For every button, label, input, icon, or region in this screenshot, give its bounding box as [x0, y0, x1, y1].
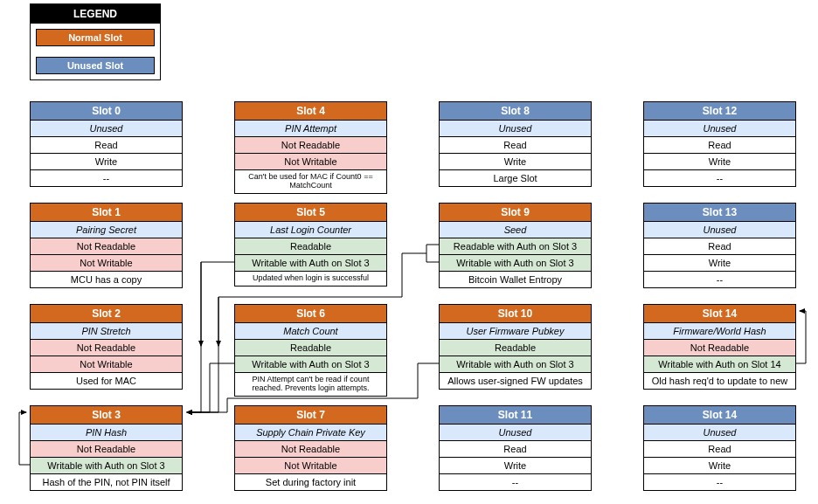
slot-header: Slot 3 [31, 406, 182, 425]
slot-read: Not Readable [235, 441, 386, 458]
slot-read: Readable with Auth on Slot 3 [440, 238, 591, 255]
slot-subtitle: Match Count [235, 323, 386, 340]
slot-subtitle: Unused [644, 222, 795, 238]
slot-13: Slot 13 Unused Read Write -- [643, 203, 796, 288]
slot-header: Slot 8 [440, 102, 591, 121]
slot-note: -- [31, 170, 182, 186]
slot-subtitle: Last Login Counter [235, 222, 386, 238]
legend-chip-unused: Unused Slot [36, 57, 155, 74]
legend-title: LEGEND [31, 4, 160, 24]
slot-write: Writable with Auth on Slot 3 [440, 356, 591, 373]
slot-note: Updated when login is successful [235, 272, 386, 286]
slot-header: Slot 4 [235, 102, 386, 121]
slot-read: Read [440, 137, 591, 154]
slot-subtitle: PIN Stretch [31, 323, 182, 340]
slot-write: Writable with Auth on Slot 3 [235, 255, 386, 272]
legend: LEGEND Normal Slot Unused Slot [30, 3, 161, 80]
slot-note: -- [644, 272, 795, 287]
slot-11: Slot 11 Unused Read Write -- [439, 405, 592, 491]
legend-row-normal: Normal Slot [31, 24, 160, 52]
slot-write: Not Writable [31, 356, 182, 373]
slot-note: -- [440, 474, 591, 490]
slot-write: Write [644, 154, 795, 170]
slot-5: Slot 5 Last Login Counter Readable Writa… [234, 203, 387, 287]
slot-note: -- [644, 474, 795, 490]
slot-subtitle: Supply Chain Private Key [235, 425, 386, 441]
slot-note: Hash of the PIN, not PIN itself [31, 474, 182, 490]
slot-header: Slot 11 [440, 406, 591, 425]
slot-header: Slot 5 [235, 204, 386, 222]
slot-note: -- [644, 170, 795, 186]
slot-10: Slot 10 User Firmware Pubkey Readable Wr… [439, 304, 592, 390]
slot-note: Large Slot [440, 170, 591, 186]
slot-header: Slot 6 [235, 305, 386, 323]
slot-header: Slot 12 [644, 102, 795, 121]
slot-0: Slot 0 Unused Read Write -- [30, 101, 183, 187]
slot-note: PIN Attempt can't be read if count reach… [235, 373, 386, 396]
legend-chip-normal: Normal Slot [36, 29, 155, 46]
slot-write: Not Writable [235, 154, 386, 170]
slot-subtitle: PIN Hash [31, 425, 182, 441]
slot-read: Read [440, 441, 591, 458]
slot-header: Slot 9 [440, 204, 591, 222]
slot-write: Write [644, 255, 795, 272]
slot-read: Read [644, 441, 795, 458]
slot-14: Slot 14 Firmware/World Hash Not Readable… [643, 304, 796, 390]
slot-read: Read [644, 238, 795, 255]
slot-read: Readable [235, 238, 386, 255]
slot-subtitle: Unused [644, 121, 795, 137]
slot-7: Slot 7 Supply Chain Private Key Not Read… [234, 405, 387, 491]
slot-note: Set during factory init [235, 474, 386, 490]
slot-subtitle: Firmware/World Hash [644, 323, 795, 340]
slot-write: Writable with Auth on Slot 3 [31, 458, 182, 474]
slot-write: Writable with Auth on Slot 3 [235, 356, 386, 373]
slot-note: Used for MAC [31, 373, 182, 389]
slot-write: Writable with Auth on Slot 14 [644, 356, 795, 373]
slot-note: Bitcoin Wallet Entropy [440, 272, 591, 287]
slot-subtitle: Seed [440, 222, 591, 238]
slot-subtitle: Unused [31, 121, 182, 137]
slot-note: Allows user-signed FW updates [440, 373, 591, 389]
slot-subtitle: Unused [440, 121, 591, 137]
slot-header: Slot 0 [31, 102, 182, 121]
slot-3: Slot 3 PIN Hash Not Readable Writable wi… [30, 405, 183, 491]
slot-note: Old hash req'd to update to new [644, 373, 795, 389]
slot-6: Slot 6 Match Count Readable Writable wit… [234, 304, 387, 397]
slot-header: Slot 13 [644, 204, 795, 222]
slot-note: MCU has a copy [31, 272, 182, 287]
slot-8: Slot 8 Unused Read Write Large Slot [439, 101, 592, 187]
slot-header: Slot 14 [644, 406, 795, 425]
slot-write: Write [644, 458, 795, 474]
slot-read: Not Readable [31, 340, 182, 356]
slot-subtitle: Unused [440, 425, 591, 441]
slot-subtitle: Unused [644, 425, 795, 441]
slot-read: Readable [235, 340, 386, 356]
slot-write: Writable with Auth on Slot 3 [440, 255, 591, 272]
slot-read: Not Readable [31, 441, 182, 458]
slot-header: Slot 10 [440, 305, 591, 323]
slot-2: Slot 2 PIN Stretch Not Readable Not Writ… [30, 304, 183, 390]
slot-9: Slot 9 Seed Readable with Auth on Slot 3… [439, 203, 592, 288]
slot-4: Slot 4 PIN Attempt Not Readable Not Writ… [234, 101, 387, 194]
slot-write: Not Writable [31, 255, 182, 272]
slot-1: Slot 1 Pairing Secret Not Readable Not W… [30, 203, 183, 288]
slot-header: Slot 1 [31, 204, 182, 222]
slot-15: Slot 14 Unused Read Write -- [643, 405, 796, 491]
slot-read: Read [31, 137, 182, 154]
slot-header: Slot 14 [644, 305, 795, 323]
slot-write: Write [440, 154, 591, 170]
slot-read: Read [644, 137, 795, 154]
slot-subtitle: Pairing Secret [31, 222, 182, 238]
slot-write: Not Writable [235, 458, 386, 474]
slot-subtitle: PIN Attempt [235, 121, 386, 137]
slot-write: Write [440, 458, 591, 474]
slot-read: Readable [440, 340, 591, 356]
legend-row-unused: Unused Slot [31, 52, 160, 79]
slot-read: Not Readable [31, 238, 182, 255]
slot-12: Slot 12 Unused Read Write -- [643, 101, 796, 187]
slot-header: Slot 2 [31, 305, 182, 323]
slot-write: Write [31, 154, 182, 170]
slot-read: Not Readable [644, 340, 795, 356]
slot-note: Can't be used for MAC if Count0 == Match… [235, 170, 386, 193]
slot-header: Slot 7 [235, 406, 386, 425]
